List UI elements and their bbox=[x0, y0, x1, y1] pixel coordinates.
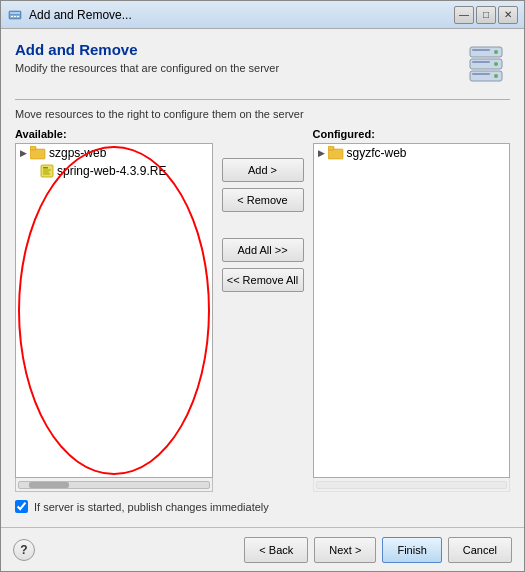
svg-rect-15 bbox=[30, 149, 45, 159]
checkbox-row: If server is started, publish changes im… bbox=[15, 500, 510, 513]
window-title: Add and Remove... bbox=[29, 8, 454, 22]
server-icon bbox=[462, 41, 510, 89]
selection-highlight bbox=[18, 146, 210, 475]
instruction-text: Move resources to the right to configure… bbox=[15, 108, 510, 120]
header-text: Add and Remove Modify the resources that… bbox=[15, 41, 454, 74]
svg-rect-22 bbox=[328, 149, 343, 159]
publish-checkbox[interactable] bbox=[15, 500, 28, 513]
minimize-button[interactable]: — bbox=[454, 6, 474, 24]
jar-icon bbox=[40, 164, 54, 178]
cancel-button[interactable]: Cancel bbox=[448, 537, 512, 563]
svg-point-11 bbox=[494, 74, 498, 78]
available-item-label: szgps-web bbox=[49, 146, 106, 160]
configured-label: Configured: bbox=[313, 128, 511, 140]
svg-rect-3 bbox=[11, 16, 13, 17]
back-button[interactable]: < Back bbox=[244, 537, 308, 563]
scrollbar-track bbox=[18, 481, 210, 489]
svg-rect-21 bbox=[43, 174, 50, 175]
tree-child-spring-web[interactable]: spring-web-4.3.9.RE bbox=[16, 162, 212, 180]
svg-rect-14 bbox=[472, 73, 490, 75]
svg-point-9 bbox=[494, 50, 498, 54]
window-icon bbox=[7, 7, 23, 23]
available-list[interactable]: ▶ szgps-web bbox=[15, 143, 213, 478]
tree-node-sgyzfc-web[interactable]: ▶ sgyzfc-web bbox=[314, 144, 510, 162]
publish-checkbox-label[interactable]: If server is started, publish changes im… bbox=[34, 501, 269, 513]
remove-button[interactable]: < Remove bbox=[222, 188, 304, 212]
remove-all-button[interactable]: << Remove All bbox=[222, 268, 304, 292]
svg-rect-1 bbox=[10, 12, 20, 14]
svg-rect-4 bbox=[14, 16, 16, 17]
available-panel: Available: ▶ szgps-web bbox=[15, 128, 213, 492]
available-scrollbar[interactable] bbox=[15, 478, 213, 492]
svg-rect-18 bbox=[43, 167, 48, 169]
header-divider bbox=[15, 99, 510, 100]
header-section: Add and Remove Modify the resources that… bbox=[15, 41, 510, 89]
svg-point-10 bbox=[494, 62, 498, 66]
folder-icon bbox=[30, 146, 46, 160]
toggle-icon-configured: ▶ bbox=[318, 148, 328, 158]
svg-rect-17 bbox=[41, 165, 53, 177]
add-button[interactable]: Add > bbox=[222, 158, 304, 182]
folder-icon-configured bbox=[328, 146, 344, 160]
bottom-bar: ? < Back Next > Finish Cancel bbox=[1, 527, 524, 571]
add-all-button[interactable]: Add All >> bbox=[222, 238, 304, 262]
toggle-icon: ▶ bbox=[20, 148, 30, 158]
configured-list[interactable]: ▶ sgyzfc-web bbox=[313, 143, 511, 478]
tree-node-szgps-web[interactable]: ▶ szgps-web bbox=[16, 144, 212, 162]
middle-buttons: Add > < Remove Add All >> << Remove All bbox=[213, 128, 313, 492]
title-bar-buttons: — □ ✕ bbox=[454, 6, 518, 24]
svg-rect-5 bbox=[17, 16, 19, 17]
main-window: Add and Remove... — □ ✕ Add and Remove M… bbox=[0, 0, 525, 572]
maximize-button[interactable]: □ bbox=[476, 6, 496, 24]
svg-rect-13 bbox=[472, 61, 490, 63]
configured-panel: Configured: ▶ sgyzfc-web bbox=[313, 128, 511, 492]
scrollbar-thumb bbox=[29, 482, 69, 488]
dialog-title: Add and Remove bbox=[15, 41, 454, 58]
title-bar: Add and Remove... — □ ✕ bbox=[1, 1, 524, 29]
close-button[interactable]: ✕ bbox=[498, 6, 518, 24]
svg-rect-20 bbox=[43, 172, 49, 173]
help-button[interactable]: ? bbox=[13, 539, 35, 561]
configured-scrollbar-track bbox=[316, 481, 508, 489]
svg-rect-16 bbox=[30, 146, 36, 150]
available-child-label: spring-web-4.3.9.RE bbox=[57, 164, 166, 178]
panels-row: Available: ▶ szgps-web bbox=[15, 128, 510, 492]
configured-item-label: sgyzfc-web bbox=[347, 146, 407, 160]
svg-rect-23 bbox=[328, 146, 334, 150]
dialog-subtitle: Modify the resources that are configured… bbox=[15, 62, 454, 74]
svg-rect-12 bbox=[472, 49, 490, 51]
configured-scrollbar bbox=[313, 478, 511, 492]
finish-button[interactable]: Finish bbox=[382, 537, 441, 563]
content-area: Add and Remove Modify the resources that… bbox=[1, 29, 524, 527]
svg-rect-19 bbox=[43, 170, 51, 171]
available-label: Available: bbox=[15, 128, 213, 140]
next-button[interactable]: Next > bbox=[314, 537, 376, 563]
